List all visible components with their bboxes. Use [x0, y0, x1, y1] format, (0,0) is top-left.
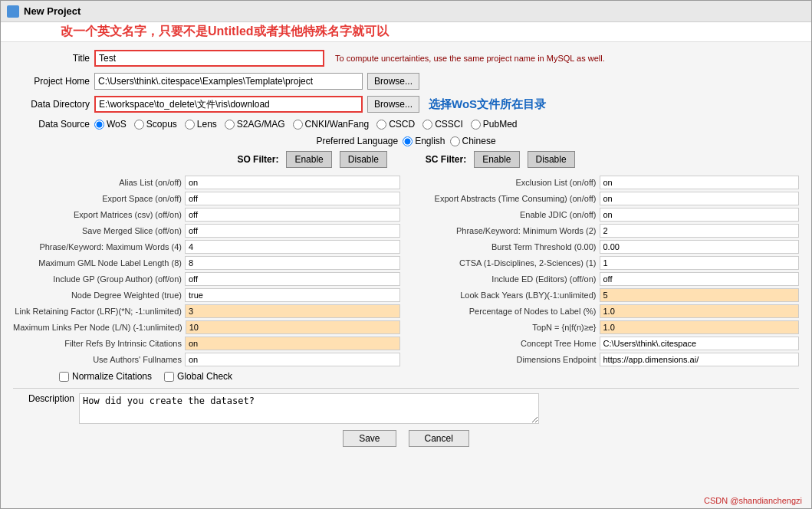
so-disable-btn[interactable]: Disable — [340, 151, 387, 168]
concept-tree-input[interactable] — [600, 337, 800, 350]
dimensions-label: Dimensions Endpoint — [413, 355, 597, 364]
dimensions-row: Dimensions Endpoint — [413, 353, 800, 366]
use-authors-input[interactable] — [185, 353, 400, 366]
max-links-input[interactable] — [186, 320, 400, 334]
title-row: Title To compute uncertainties, use the … — [13, 50, 799, 67]
exclusion-list-input[interactable] — [600, 176, 800, 189]
global-check-item: Global Check — [164, 371, 232, 382]
include-ed-row: Include ED (Editors) (off/on) — [413, 272, 800, 286]
lens-radio[interactable] — [185, 120, 195, 130]
normalize-citations-checkbox[interactable] — [59, 372, 69, 382]
percentage-nodes-label: Percentage of Nodes to Label (%) — [413, 307, 597, 316]
include-gp-row: Include GP (Group Author) (off/on) — [13, 272, 400, 286]
ctsa-label: CTSA (1-Disciplines, 2-Sciences) (1) — [413, 258, 597, 268]
global-check-checkbox[interactable] — [164, 372, 174, 382]
english-radio[interactable] — [403, 136, 413, 146]
alias-list-input[interactable] — [185, 176, 400, 189]
ctsa-input[interactable] — [600, 256, 800, 270]
include-ed-input[interactable] — [600, 272, 800, 286]
sc-enable-btn[interactable]: Enable — [474, 151, 519, 168]
section-divider — [13, 388, 799, 389]
uncertainty-text: To compute uncertainties, use the same p… — [335, 54, 605, 63]
footer: CSDN @shandianchengzi — [1, 493, 811, 508]
so-enable-btn[interactable]: Enable — [286, 151, 331, 168]
cancel-button[interactable]: Cancel — [409, 430, 469, 447]
cnki-radio[interactable] — [293, 120, 303, 130]
cssci-radio[interactable] — [422, 120, 432, 130]
wos-radio-item: WoS — [94, 119, 127, 130]
save-merged-row: Save Merged Slice (off/on) — [13, 224, 400, 238]
normalize-citations-label: Normalize Citations — [72, 371, 152, 382]
lrf-input[interactable] — [185, 304, 400, 318]
wos-radio[interactable] — [94, 120, 104, 130]
max-links-label: Maximum Links Per Node (L/N) (-1:unlimit… — [13, 323, 182, 332]
gml-node-row: Maximum GML Node Label Length (8) — [13, 256, 400, 270]
lens-label: Lens — [197, 119, 217, 130]
chinese-radio[interactable] — [450, 136, 460, 146]
title-input[interactable] — [94, 50, 324, 67]
data-directory-input[interactable] — [94, 96, 363, 113]
project-home-row: Project Home Browse... — [13, 73, 799, 90]
phrase-min-input[interactable] — [600, 224, 800, 238]
pubmed-radio-item: PubMed — [471, 119, 518, 130]
include-ed-label: Include ED (Editors) (off/on) — [413, 274, 597, 284]
look-back-input[interactable] — [600, 288, 800, 302]
percentage-nodes-input[interactable] — [600, 304, 800, 318]
preferred-language-label: Preferred Language — [316, 136, 398, 146]
node-degree-input[interactable] — [185, 288, 400, 302]
max-links-row: Maximum Links Per Node (L/N) (-1:unlimit… — [13, 320, 400, 334]
burst-term-input[interactable] — [600, 240, 800, 254]
wos-label: WoS — [107, 119, 127, 130]
export-abstracts-input[interactable] — [600, 192, 800, 205]
exclusion-list-label: Exclusion List (on/off) — [413, 178, 597, 187]
phrase-max-input[interactable] — [185, 240, 400, 254]
project-home-browse-btn[interactable]: Browse... — [367, 73, 419, 90]
data-source-row: Data Source WoS Scopus Lens S2AG/MAG — [13, 119, 799, 130]
chinese-radio-item: Chinese — [450, 136, 496, 146]
burst-term-label: Burst Term Threshold (0.00) — [413, 242, 597, 251]
pubmed-radio[interactable] — [471, 120, 481, 130]
percentage-nodes-row: Percentage of Nodes to Label (%) — [413, 304, 800, 318]
preferred-language-row: Preferred Language English Chinese — [13, 136, 799, 146]
enable-jdic-input[interactable] — [600, 208, 800, 222]
export-matrices-row: Export Matrices (csv) (off/on) — [13, 208, 400, 222]
description-label: Description — [13, 393, 74, 404]
window-title: New Project — [24, 5, 81, 17]
save-button[interactable]: Save — [343, 430, 396, 447]
filter-refs-input[interactable] — [185, 337, 400, 350]
topn-row: TopN = {n|f(n)≥e} — [413, 320, 800, 334]
english-label: English — [415, 136, 445, 146]
node-degree-row: Node Degree Weighted (true) — [13, 288, 400, 302]
cssci-radio-item: CSSCI — [422, 119, 463, 130]
scopus-radio[interactable] — [134, 120, 144, 130]
phrase-max-label: Phrase/Keyword: Maximum Words (4) — [13, 242, 182, 251]
project-home-input[interactable] — [94, 73, 363, 90]
export-matrices-input[interactable] — [185, 208, 400, 222]
ctsa-row: CTSA (1-Disciplines, 2-Sciences) (1) — [413, 256, 800, 270]
cnki-radio-item: CNKI/WanFang — [293, 119, 370, 130]
dimensions-input[interactable] — [600, 353, 800, 366]
cscd-radio-item: CSCD — [376, 119, 415, 130]
annotation-main: 改一个英文名字，只要不是Untitled或者其他特殊名字就可以 — [61, 24, 389, 40]
gml-node-input[interactable] — [185, 256, 400, 270]
app-icon — [7, 5, 19, 18]
topn-input[interactable] — [600, 320, 800, 334]
s2ag-label: S2AG/MAG — [237, 119, 285, 130]
s2ag-radio[interactable] — [225, 120, 235, 130]
include-gp-input[interactable] — [185, 272, 400, 286]
scopus-radio-item: Scopus — [134, 119, 177, 130]
export-abstracts-row: Export Abstracts (Time Consuming) (on/of… — [413, 192, 800, 205]
english-radio-item: English — [403, 136, 445, 146]
save-merged-input[interactable] — [185, 224, 400, 238]
export-space-input[interactable] — [185, 192, 400, 205]
s2ag-radio-item: S2AG/MAG — [225, 119, 285, 130]
description-textarea[interactable]: How did you create the dataset? — [79, 393, 539, 424]
cscd-radio[interactable] — [376, 120, 386, 130]
sc-disable-btn[interactable]: Disable — [528, 151, 575, 168]
data-directory-browse-btn[interactable]: Browse... — [367, 96, 419, 113]
filter-refs-label: Filter Refs By Intrinsic Citations — [13, 339, 182, 348]
cnki-label: CNKI/WanFang — [305, 119, 370, 130]
new-project-window: New Project 改一个英文名字，只要不是Untitled或者其他特殊名字… — [0, 0, 812, 509]
node-degree-label: Node Degree Weighted (true) — [13, 291, 182, 300]
enable-jdic-label: Enable JDIC (on/off) — [413, 210, 597, 219]
